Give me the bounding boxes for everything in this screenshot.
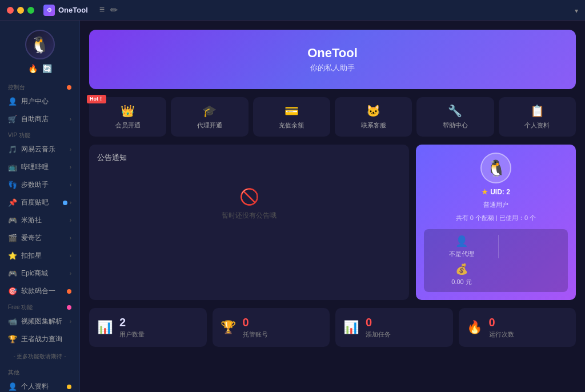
sidebar-item-profile[interactable]: 👤 个人资料: [0, 378, 79, 392]
sidebar-item-kuma[interactable]: 🎯 软款码合一: [0, 282, 79, 300]
announcement-title: 公告通知: [97, 153, 401, 163]
sidebar-item-video-parse[interactable]: 📹 视频图集解析 ›: [0, 313, 79, 330]
quick-action-support[interactable]: 🐱 联系客服: [335, 97, 412, 137]
stat-card-tasks[interactable]: 📊 0 添加任务: [335, 308, 453, 347]
quick-action-label: 联系客服: [339, 121, 407, 130]
titlebar-dropdown[interactable]: ▾: [575, 7, 578, 15]
section-label-other: 其他: [0, 365, 79, 378]
sidebar-item-label: Epic商城: [21, 269, 48, 278]
sidebar-item-kouxing[interactable]: ⭐ 扣扣星 ›: [0, 247, 79, 265]
main-content: OneTool 你的私人助手 Hot！ 👑 会员开通 🎓 代理开通 💳 充值余额…: [80, 21, 585, 392]
announcement-empty-text: 暂时还没有公告哦: [222, 211, 277, 221]
fire-icon[interactable]: 🔥: [28, 64, 38, 73]
sidebar-item-iqiyi[interactable]: 🎬 爱奇艺 ›: [0, 229, 79, 247]
user-card: 🐧 ★ UID: 2 普通用户 共有 0 个配额 | 已使用：0 个 👤 不是代…: [416, 145, 576, 300]
sidebar-item-label: 个人资料: [21, 382, 49, 391]
user-card-action-proxy[interactable]: 👤 不是代理: [430, 235, 494, 258]
arrow-icon: ›: [70, 146, 71, 153]
proxy-status-label: 不是代理: [449, 250, 474, 258]
kuma-icon: 🎯: [8, 287, 17, 295]
sidebar-item-user-center[interactable]: 👤 用户中心: [0, 93, 79, 110]
sidebar-item-label: 扣扣星: [21, 251, 42, 261]
quick-actions: Hot！ 👑 会员开通 🎓 代理开通 💳 充值余额 🐱 联系客服 🔧 帮助中心: [89, 97, 576, 137]
sidebar-item-label: 王者战力查询: [21, 334, 62, 344]
stat-card-users[interactable]: 📊 2 用户数量: [89, 308, 207, 347]
stat-tasks-icon: 📊: [343, 320, 359, 335]
miyoushe-icon: 🎮: [8, 216, 17, 225]
titlebar-right: ▾: [575, 5, 578, 15]
sidebar-item-baidu-tieba[interactable]: 📌 百度贴吧 ›: [0, 194, 79, 211]
edit-icon[interactable]: ✏: [110, 5, 118, 15]
stat-managed-icon: 🏆: [221, 320, 236, 335]
logo-text: OneTool: [58, 6, 88, 14]
stat-users-icon: 📊: [97, 320, 113, 335]
profile-dot: [67, 385, 71, 389]
sidebar-item-label: 用户中心: [21, 97, 49, 106]
sidebar: 🐧 🔥 🔄 控制台 👤 用户中心 🛒 自助商店 ›: [0, 21, 80, 392]
user-avatar-penguin: 🐧: [486, 159, 506, 178]
menu-icon[interactable]: ≡: [99, 5, 105, 15]
wzry-icon: 🏆: [8, 335, 17, 343]
tieba-icon: 📌: [8, 198, 17, 207]
quick-action-vip[interactable]: Hot！ 👑 会员开通: [89, 97, 166, 137]
vip-icon: 👑: [94, 104, 162, 118]
window-controls: [7, 7, 34, 14]
quick-action-proxy[interactable]: 🎓 代理开通: [171, 97, 248, 137]
proxy-status-icon: 👤: [455, 235, 468, 247]
user-card-avatar: 🐧: [480, 153, 511, 183]
arrow-icon: ›: [70, 199, 71, 206]
sidebar-item-epic[interactable]: 🎮 Epic商城 ›: [0, 265, 79, 282]
stat-runs-value: 0: [489, 316, 568, 329]
stats-row: 📊 2 用户数量 🏆 0 托管账号 📊 0 添加任务: [89, 308, 576, 347]
user-card-type: 普通用户: [483, 201, 508, 209]
sidebar-item-wzry[interactable]: 🏆 王者战力查询: [0, 330, 79, 348]
maximize-button[interactable]: [27, 7, 34, 14]
sidebar-item-label: 网易云音乐: [21, 145, 55, 154]
quick-action-recharge[interactable]: 💳 充值余额: [253, 97, 330, 137]
stat-card-runs[interactable]: 🔥 0 运行次数: [459, 308, 576, 347]
balance-icon: 💰: [455, 263, 468, 275]
support-icon: 🐱: [339, 104, 407, 118]
avatar[interactable]: 🐧: [25, 30, 55, 59]
sidebar-item-netease[interactable]: 🎵 网易云音乐 ›: [0, 141, 79, 158]
stat-tasks-value: 0: [366, 316, 445, 329]
quick-action-label: 代理开通: [175, 121, 243, 130]
stat-users-label: 用户数量: [119, 330, 199, 339]
music-icon: 🎵: [8, 145, 17, 154]
exchange-icon[interactable]: 🔄: [42, 64, 52, 73]
sidebar-item-steps[interactable]: 👣 步数助手 ›: [0, 176, 79, 194]
sidebar-item-bilibili[interactable]: 📺 哔哩哔哩 ›: [0, 158, 79, 176]
user-card-action-balance[interactable]: 💰 0.00 元: [430, 263, 494, 286]
video-icon: 📹: [8, 317, 17, 326]
arrow-icon: ›: [70, 235, 71, 241]
app-logo: ⚙ OneTool: [43, 5, 88, 16]
sidebar-avatar-section: 🐧 🔥 🔄: [0, 21, 79, 80]
section-label-console: 控制台: [0, 80, 79, 93]
quick-action-help[interactable]: 🔧 帮助中心: [416, 97, 494, 137]
user-card-actions: 👤 不是代理 💰 0.00 元: [424, 229, 568, 292]
arrow-icon: ›: [70, 217, 71, 223]
sidebar-item-label: 爱奇艺: [21, 233, 42, 243]
tieba-dot: [63, 201, 67, 205]
stat-users-value: 2: [119, 316, 199, 329]
stat-runs-label: 运行次数: [489, 330, 568, 339]
help-quick-icon: 🔧: [421, 104, 489, 118]
stat-card-managed[interactable]: 🏆 0 托管账号: [213, 308, 330, 347]
iqiyi-icon: 🎬: [8, 234, 17, 242]
sidebar-item-label: 自助商店: [21, 114, 49, 124]
steps-icon: 👣: [8, 181, 17, 189]
shop-icon: 🛒: [8, 115, 17, 123]
announcement-empty: 🚫 暂时还没有公告哦: [97, 170, 401, 238]
sidebar-item-shop[interactable]: 🛒 自助商店 ›: [0, 110, 79, 128]
section-dot-free: [67, 305, 71, 310]
stat-managed-label: 托管账号: [243, 330, 322, 339]
user-card-quota: 共有 0 个配额 | 已使用：0 个: [456, 214, 536, 222]
kuma-dot: [67, 289, 71, 294]
titlebar: ⚙ OneTool ≡ ✏ ▾: [0, 0, 585, 21]
sidebar-item-miyoushe[interactable]: 🎮 米游社 ›: [0, 211, 79, 229]
empty-icon: 🚫: [239, 187, 259, 206]
sidebar-item-label: 哔哩哔哩: [21, 162, 49, 172]
quick-action-profile[interactable]: 📋 个人资料: [499, 97, 576, 137]
minimize-button[interactable]: [17, 7, 24, 14]
close-button[interactable]: [7, 7, 14, 14]
